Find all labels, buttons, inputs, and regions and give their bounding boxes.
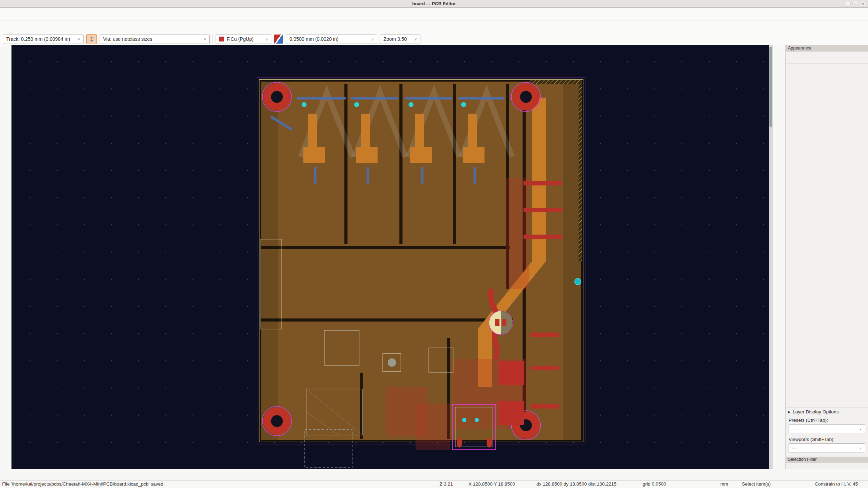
left-toolbar xyxy=(0,45,11,469)
status-cursor: X 128.8500 Y 18.8500 xyxy=(468,481,515,487)
window-title: board — PCB Editor xyxy=(412,1,456,6)
chevron-down-icon: ∨ xyxy=(859,446,862,450)
layer-pair-toggle[interactable] xyxy=(274,35,283,44)
status-grid: grid 0.0500 xyxy=(643,481,666,487)
track-posture-icon: ↧ xyxy=(89,36,94,43)
status-bar: File '/home/kai/projects/pcbs/Cheetah-MX… xyxy=(0,480,868,488)
status-delta: dx 128.8500 dy 18.8500 dist 130.2215 xyxy=(536,481,617,487)
fuse xyxy=(489,311,513,335)
layer-display-options[interactable]: ▶ Layer Display Options xyxy=(786,407,868,416)
chevron-right-icon: ▶ xyxy=(788,410,791,414)
presets-select[interactable]: --- ∨ xyxy=(789,424,865,433)
zoom-value: Zoom 3.50 xyxy=(383,36,407,42)
auto-track-width-button[interactable]: ↧ xyxy=(86,34,97,44)
status-units[interactable]: mm xyxy=(720,481,728,487)
menu-bar xyxy=(0,8,868,21)
canvas-vertical-scrollbar[interactable] xyxy=(769,45,773,469)
main-toolbar xyxy=(0,21,868,33)
selection-filter-header: Selection Filter xyxy=(786,457,868,463)
appearance-header: Appearance xyxy=(786,45,868,52)
chevron-down-icon: ∨ xyxy=(78,37,80,41)
layer-color-swatch xyxy=(219,37,224,41)
grid-value: 0.0500 mm (0.0020 in) xyxy=(289,36,339,42)
active-layer-select[interactable]: F.Cu (PgUp) ∨ xyxy=(216,35,271,44)
via-size-value: Via: use netclass sizes xyxy=(103,36,152,42)
secondary-toolbar: Track: 0.250 mm (0.00984 in) ∨ ↧ Via: us… xyxy=(0,33,868,45)
via-size-select[interactable]: Via: use netclass sizes ∨ xyxy=(100,35,210,44)
net-d15-zone xyxy=(498,401,524,425)
presets-label: Presets (Ctrl+Tab): xyxy=(786,416,868,424)
chevron-down-icon: ∨ xyxy=(371,37,374,41)
grid-select[interactable]: 0.0500 mm (0.0020 in) ∨ xyxy=(286,35,377,44)
active-layer-value: F.Cu (PgUp) xyxy=(227,36,254,42)
zoom-select[interactable]: Zoom 3.50 ∨ xyxy=(380,35,420,44)
selected-via xyxy=(575,279,581,285)
appearance-panel: Appearance ▶ Layer Display Options Prese… xyxy=(785,45,868,469)
viewports-label: Viewports (Shift+Tab): xyxy=(786,435,868,443)
right-toolbar xyxy=(773,45,785,469)
status-constrain: Constrain to H, V, 45 xyxy=(815,481,858,487)
viewports-select[interactable]: --- ∨ xyxy=(789,443,865,452)
maximize-button[interactable]: □ xyxy=(852,1,858,7)
status-message: File '/home/kai/projects/pcbs/Cheetah-MX… xyxy=(2,481,165,487)
minimize-button[interactable]: – xyxy=(845,1,851,7)
status-action: Select item(s) xyxy=(742,481,771,487)
selection-filter xyxy=(786,463,868,465)
status-zoom: Z 3.21 xyxy=(440,481,453,487)
net-d13-zone xyxy=(498,361,524,385)
chevron-down-icon: ∨ xyxy=(265,37,268,41)
appearance-tabs xyxy=(786,52,868,63)
track-width-select[interactable]: Track: 0.250 mm (0.00984 in) ∨ xyxy=(3,35,84,44)
chevron-down-icon: ∨ xyxy=(859,427,862,431)
board-stats-bar xyxy=(0,469,868,480)
chevron-down-icon: ∨ xyxy=(204,37,206,41)
pcb-canvas[interactable] xyxy=(11,45,769,469)
track-width-value: Track: 0.250 mm (0.00984 in) xyxy=(6,36,70,42)
title-bar: board — PCB Editor – □ ✕ xyxy=(0,0,868,8)
close-button[interactable]: ✕ xyxy=(860,1,866,7)
chevron-down-icon: ∨ xyxy=(414,37,417,41)
